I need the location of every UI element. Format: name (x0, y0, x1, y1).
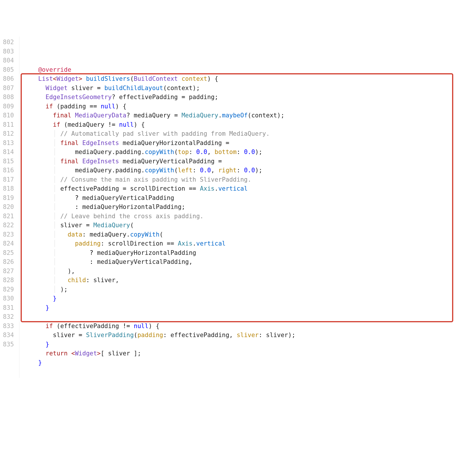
code-line[interactable] (24, 312, 452, 322)
code-line[interactable]: │ final EdgeInsets mediaQueryHorizontalP… (24, 139, 452, 148)
code-line[interactable]: Widget sliver = buildChildLayout(context… (24, 84, 452, 93)
code-line[interactable]: │ ? mediaQueryVerticalPadding (24, 194, 452, 203)
line-number: 832 (3, 312, 14, 322)
line-number: 817 (3, 175, 14, 185)
code-line[interactable]: │ ), (24, 267, 452, 276)
code-line[interactable]: │ : mediaQueryVerticalPadding, (24, 257, 452, 267)
line-number: 824 (3, 239, 14, 248)
code-line[interactable]: } (24, 294, 452, 303)
code-line[interactable]: │ ); (24, 285, 452, 294)
line-number: 814 (3, 148, 14, 157)
line-number: 809 (3, 102, 14, 111)
code-line[interactable]: │ sliver = MediaQuery( (24, 221, 452, 230)
line-number: 806 (3, 74, 14, 84)
line-number: 811 (3, 120, 14, 130)
code-line[interactable]: return <Widget>[ sliver ]; (24, 349, 452, 358)
line-number: 805 (3, 65, 14, 75)
code-line[interactable]: } (24, 303, 452, 313)
code-line[interactable]: │ mediaQuery.padding.copyWith(top: 0.0, … (24, 148, 452, 157)
code-editor: 8028038048058068078088098108118128138148… (0, 37, 455, 378)
code-line[interactable]: if (effectivePadding != null) { (24, 322, 452, 331)
code-line[interactable]: List<Widget> buildSlivers(BuildContext c… (24, 74, 452, 84)
code-line[interactable]: │ ? mediaQueryHorizontalPadding (24, 248, 452, 258)
line-number: 816 (3, 166, 14, 175)
line-number: 829 (3, 285, 14, 294)
line-number: 826 (3, 257, 14, 267)
code-line[interactable]: │ : mediaQueryHorizontalPadding; (24, 203, 452, 212)
line-number: 823 (3, 230, 14, 239)
code-line[interactable]: @override (24, 65, 452, 75)
line-number: 830 (3, 294, 14, 303)
line-number: 834 (3, 331, 14, 340)
code-line[interactable]: final MediaQueryData? mediaQuery = Media… (24, 111, 452, 120)
line-number-gutter: 8028038048058068078088098108118128138148… (0, 37, 19, 378)
line-number: 828 (3, 276, 14, 285)
line-number: 810 (3, 111, 14, 120)
code-line[interactable]: if (mediaQuery != null) { (24, 120, 452, 130)
code-line[interactable]: EdgeInsetsGeometry? effectivePadding = p… (24, 93, 452, 102)
line-number: 812 (3, 129, 14, 139)
code-area[interactable]: @override List<Widget> buildSlivers(Buil… (19, 37, 455, 378)
line-number: 807 (3, 84, 14, 93)
line-number: 804 (3, 56, 14, 65)
line-number: 803 (3, 47, 14, 56)
line-number: 825 (3, 248, 14, 258)
code-line[interactable]: │ final EdgeInsets mediaQueryVerticalPad… (24, 157, 452, 166)
line-number: 821 (3, 212, 14, 221)
code-line[interactable]: │ padding: scrollDirection == Axis.verti… (24, 239, 452, 248)
code-line[interactable]: } (24, 340, 452, 349)
line-number: 835 (3, 340, 14, 349)
line-number: 815 (3, 157, 14, 166)
line-number: 802 (3, 38, 14, 47)
code-line[interactable]: │ // Automatically pad sliver with paddi… (24, 129, 452, 139)
line-number: 820 (3, 203, 14, 212)
line-number: 808 (3, 93, 14, 102)
code-line[interactable]: │ data: mediaQuery.copyWith( (24, 230, 452, 239)
line-number: 827 (3, 267, 14, 276)
code-line[interactable]: │ effectivePadding = scrollDirection == … (24, 184, 452, 194)
code-line[interactable]: sliver = SliverPadding(padding: effectiv… (24, 331, 452, 340)
code-line[interactable]: } (24, 358, 452, 368)
line-number: 831 (3, 303, 14, 313)
line-number: 813 (3, 139, 14, 148)
line-number: 833 (3, 322, 14, 331)
line-number: 819 (3, 194, 14, 203)
code-line[interactable]: if (padding == null) { (24, 102, 452, 111)
code-line[interactable]: │ // Consume the main axis padding with … (24, 175, 452, 185)
line-number: 818 (3, 184, 14, 194)
line-number: 822 (3, 221, 14, 230)
code-line[interactable]: │ // Leave behind the cross axis padding… (24, 212, 452, 221)
code-line[interactable]: │ child: sliver, (24, 276, 452, 285)
code-line[interactable]: │ mediaQuery.padding.copyWith(left: 0.0,… (24, 166, 452, 175)
code-line[interactable] (24, 367, 452, 377)
